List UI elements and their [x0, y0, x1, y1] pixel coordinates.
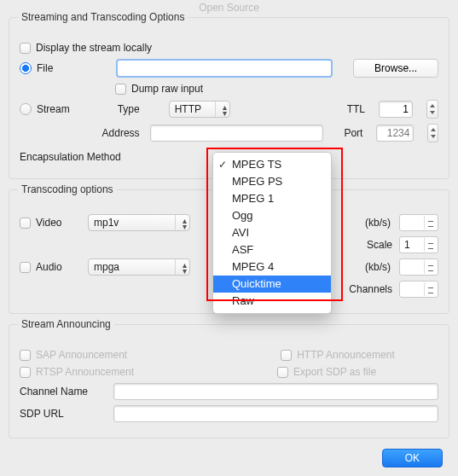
export-sdp-label: Export SDP as file	[293, 366, 376, 378]
rtsp-label: RTSP Announcement	[36, 366, 134, 378]
sdp-url-input[interactable]	[113, 405, 438, 422]
encap-method-label: Encapsulation Method	[20, 151, 121, 163]
channels-label: Channels	[349, 283, 392, 295]
stream-type-select[interactable]: HTTP ▴▾	[169, 101, 230, 118]
audio-bitrate-select[interactable]	[399, 258, 438, 276]
checkbox-box-icon	[281, 350, 292, 361]
encap-option-label: Quicktime	[232, 277, 281, 290]
scale-value: 1	[404, 239, 410, 251]
checkbox-box-icon	[277, 367, 288, 378]
checkbox-box-icon	[20, 367, 31, 378]
encap-option-raw[interactable]: Raw	[213, 293, 331, 310]
ok-button[interactable]: OK	[382, 449, 443, 467]
dest-file-radio[interactable]: File	[20, 62, 53, 74]
checkbox-box-icon	[20, 43, 31, 54]
checkbox-box-icon	[20, 262, 31, 273]
http-ann-label: HTTP Announcement	[297, 349, 395, 361]
channels-select[interactable]	[399, 281, 438, 298]
checkbox-box-icon	[115, 84, 126, 95]
port-input[interactable]	[376, 125, 414, 142]
encap-option-label: MPEG 4	[232, 260, 274, 273]
dest-file-label: File	[37, 62, 53, 74]
channel-name-label: Channel Name	[20, 386, 105, 398]
encap-option-asf[interactable]: ASF	[213, 241, 331, 258]
address-label: Address	[102, 127, 140, 139]
dump-raw-checkbox[interactable]: Dump raw input	[115, 83, 203, 95]
address-input[interactable]	[150, 125, 324, 142]
ttl-input[interactable]	[379, 101, 413, 118]
encap-option-quicktime[interactable]: Quicktime	[213, 276, 331, 293]
video-kbps-label: (kb/s)	[365, 217, 391, 229]
audio-kbps-label: (kb/s)	[365, 261, 391, 273]
check-icon: ✓	[218, 158, 227, 171]
video-checkbox[interactable]: Video	[20, 217, 79, 229]
audio-codec-select[interactable]: mpga ▴▾	[88, 258, 190, 276]
legend-announcing: Stream Announcing	[18, 318, 114, 330]
audio-checkbox[interactable]: Audio	[20, 261, 79, 273]
audio-label: Audio	[36, 261, 62, 273]
legend-streaming: Streaming and Transcoding Options	[18, 11, 188, 23]
encap-option-mpeg-4[interactable]: MPEG 4	[213, 258, 331, 276]
rtsp-checkbox: RTSP Announcement	[20, 366, 134, 378]
encap-option-mpeg-ts[interactable]: ✓MPEG TS	[213, 156, 331, 173]
encap-option-mpeg-ps[interactable]: MPEG PS	[213, 173, 331, 190]
legend-transcoding: Transcoding options	[18, 183, 117, 195]
checkbox-box-icon	[20, 350, 31, 361]
port-label: Port	[344, 127, 362, 139]
encap-option-label: AVI	[232, 226, 249, 239]
ttl-stepper[interactable]	[426, 100, 438, 119]
encap-option-ogg[interactable]: Ogg	[213, 207, 331, 224]
chevron-updown-icon: ▴▾	[183, 262, 187, 274]
encap-option-label: Raw	[232, 294, 254, 307]
export-sdp-checkbox: Export SDP as file	[277, 366, 376, 378]
encap-option-label: Ogg	[232, 209, 253, 222]
dump-raw-label: Dump raw input	[131, 83, 203, 95]
encap-method-menu[interactable]: ✓MPEG TSMPEG PSMPEG 1OggAVIASFMPEG 4Quic…	[212, 152, 332, 314]
encap-option-label: ASF	[232, 243, 253, 256]
port-stepper[interactable]	[427, 124, 438, 142]
encap-option-avi[interactable]: AVI	[213, 224, 331, 241]
sap-checkbox: SAP Announcement	[20, 349, 127, 361]
encap-option-mpeg-1[interactable]: MPEG 1	[213, 190, 331, 207]
sdp-url-label: SDP URL	[20, 408, 105, 420]
dest-stream-radio[interactable]: Stream	[20, 103, 70, 115]
video-bitrate-select[interactable]	[399, 214, 438, 231]
browse-button[interactable]: Browse...	[353, 59, 438, 78]
channel-name-input[interactable]	[113, 383, 438, 400]
video-label: Video	[36, 217, 61, 229]
chevron-updown-icon: ▴▾	[183, 218, 187, 229]
type-label: Type	[118, 103, 159, 115]
group-stream-announcing: Stream Announcing SAP Announcement HTTP …	[9, 324, 449, 438]
video-codec-value: mp1v	[94, 217, 119, 229]
sap-label: SAP Announcement	[36, 349, 127, 361]
checkbox-box-icon	[20, 218, 31, 229]
radio-dot-icon	[20, 62, 32, 74]
video-codec-select[interactable]: mp1v ▴▾	[88, 214, 190, 231]
encap-option-label: MPEG 1	[232, 192, 274, 205]
dest-stream-label: Stream	[37, 103, 70, 115]
http-ann-checkbox: HTTP Announcement	[281, 349, 395, 361]
display-locally-label: Display the stream locally	[36, 42, 152, 54]
file-path-input[interactable]	[116, 59, 333, 78]
scale-select[interactable]: 1	[399, 236, 438, 253]
scale-label: Scale	[367, 239, 392, 251]
ttl-label: TTL	[347, 103, 365, 115]
radio-dot-icon	[20, 103, 32, 115]
chevron-updown-icon: ▴▾	[223, 104, 227, 116]
display-locally-checkbox[interactable]: Display the stream locally	[20, 42, 152, 54]
encap-option-label: MPEG PS	[232, 175, 282, 188]
audio-codec-value: mpga	[94, 261, 119, 273]
stream-type-value: HTTP	[175, 103, 201, 115]
encap-option-label: MPEG TS	[232, 158, 281, 171]
